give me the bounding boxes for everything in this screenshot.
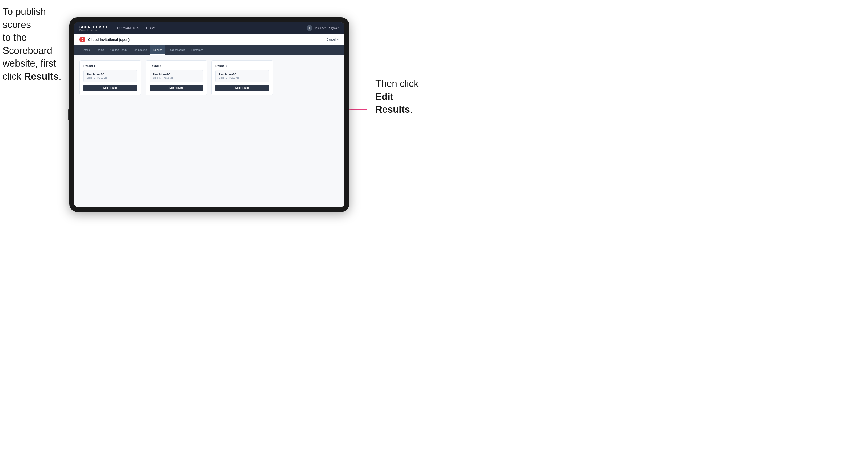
tournament-logo: C	[80, 36, 85, 42]
user-name: Test User |	[315, 27, 328, 30]
close-icon: ✕	[337, 38, 339, 41]
round-3-course-detail: Gold (M) (7010 yds)	[219, 76, 266, 79]
top-nav: SCOREBOARD Powered by clippd TOURNAMENTS…	[74, 22, 344, 34]
round-1-course-detail: Gold (M) (7010 yds)	[87, 76, 134, 79]
nav-teams[interactable]: TEAMS	[146, 25, 156, 31]
main-content: Round 1 Peachtree GC Gold (M) (7010 yds)…	[74, 55, 344, 207]
tab-results[interactable]: Results	[150, 45, 165, 55]
content-area: C Clippd Invitational (open) Cancel ✕ De…	[74, 34, 344, 207]
logo-scoreboard: SCOREBOARD	[80, 25, 107, 29]
round-3-title: Round 3	[215, 64, 269, 67]
round-2-course-card: Peachtree GC Gold (M) (7010 yds)	[150, 70, 204, 82]
round-1-card: Round 1 Peachtree GC Gold (M) (7010 yds)…	[80, 60, 141, 95]
tablet-frame: SCOREBOARD Powered by clippd TOURNAMENTS…	[69, 17, 349, 212]
user-area: T Test User | Sign out	[307, 25, 339, 31]
rounds-grid: Round 1 Peachtree GC Gold (M) (7010 yds)…	[80, 60, 339, 95]
tablet-side-button	[68, 109, 69, 120]
tab-teams[interactable]: Teams	[93, 45, 107, 55]
round-2-course-name: Peachtree GC	[153, 73, 200, 76]
round-3-edit-results-button[interactable]: Edit Results	[215, 85, 269, 91]
round-2-card: Round 2 Peachtree GC Gold (M) (7010 yds)…	[146, 60, 208, 95]
instruction-right: Then click Edit Results.	[375, 77, 431, 116]
round-1-edit-results-button[interactable]: Edit Results	[84, 85, 137, 91]
tab-tee-groups[interactable]: Tee Groups	[130, 45, 150, 55]
round-1-course-name: Peachtree GC	[87, 73, 134, 76]
nav-tournaments[interactable]: TOURNAMENTS	[115, 25, 139, 31]
tab-printables[interactable]: Printables	[188, 45, 206, 55]
round-3-card: Round 3 Peachtree GC Gold (M) (7010 yds)…	[211, 60, 273, 95]
tablet-screen: SCOREBOARD Powered by clippd TOURNAMENTS…	[74, 22, 344, 207]
logo-area: SCOREBOARD Powered by clippd	[80, 25, 107, 31]
round-1-course-card: Peachtree GC Gold (M) (7010 yds)	[84, 70, 137, 82]
tournament-name: Clippd Invitational (open)	[88, 38, 327, 41]
instruction-left: To publish scores to the Scoreboard webs…	[3, 5, 64, 83]
empty-column	[278, 60, 339, 95]
tab-details[interactable]: Details	[79, 45, 93, 55]
logo-powered: Powered by clippd	[80, 29, 107, 31]
tournament-header: C Clippd Invitational (open) Cancel ✕	[74, 34, 344, 45]
tab-course-setup[interactable]: Course Setup	[107, 45, 130, 55]
round-3-course-card: Peachtree GC Gold (M) (7010 yds)	[215, 70, 269, 82]
sign-out-link[interactable]: Sign out	[329, 27, 339, 30]
round-3-course-name: Peachtree GC	[219, 73, 266, 76]
tab-leaderboards[interactable]: Leaderboards	[165, 45, 188, 55]
cancel-button[interactable]: Cancel ✕	[327, 38, 339, 41]
round-2-title: Round 2	[150, 64, 204, 67]
sub-nav: Details Teams Course Setup Tee Groups Re…	[74, 45, 344, 55]
round-2-edit-results-button[interactable]: Edit Results	[150, 85, 204, 91]
nav-links: TOURNAMENTS TEAMS	[115, 25, 307, 31]
user-avatar: T	[307, 25, 312, 31]
round-2-course-detail: Gold (M) (7010 yds)	[153, 76, 200, 79]
round-1-title: Round 1	[84, 64, 137, 67]
